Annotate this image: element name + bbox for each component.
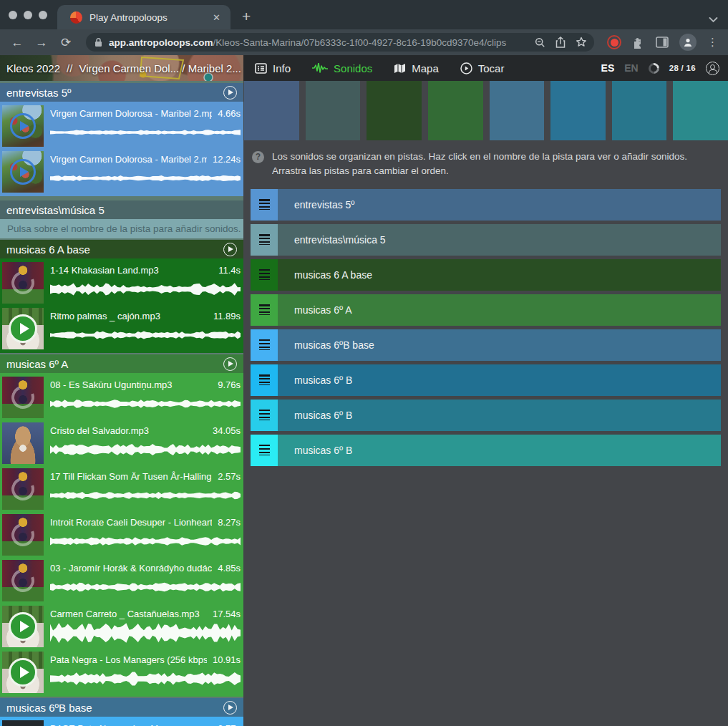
bookmark-star-icon[interactable] [576, 37, 587, 48]
tab-search-chevron-icon[interactable] [709, 16, 718, 23]
track-section-title[interactable]: musicas 6º A [6, 358, 223, 370]
track-drag-handle[interactable] [251, 224, 278, 256]
clip-name[interactable]: 03 - Jaromír Horák & Konrádyho dudácká .… [50, 563, 212, 573]
track-row[interactable]: musicas 6 A base [251, 259, 721, 291]
clip-name[interactable]: 17 Till Flickan Som Är Tusen År-Halling … [50, 471, 212, 482]
track-row[interactable]: entrevistas 5º [251, 189, 721, 221]
clip-play-icon[interactable] [8, 474, 39, 505]
zoom-page-icon[interactable] [535, 37, 545, 48]
track-row[interactable]: musicas 6ºB base [251, 329, 721, 361]
reload-button[interactable]: ⟳ [56, 37, 76, 49]
window-controls[interactable] [0, 0, 57, 29]
track-name[interactable]: musicas 6º B [278, 435, 721, 466]
breadcrumb[interactable]: Kleos 2022 // Virgen Carmen Dol... / Mar… [6, 55, 243, 81]
window-minimize-button[interactable] [24, 11, 32, 19]
clip-play-icon[interactable] [8, 566, 39, 596]
track-name[interactable]: musicas 6º B [278, 364, 721, 396]
track-section-header[interactable]: musicas 6 A base [0, 240, 243, 258]
clip-thumbnail[interactable] [2, 262, 44, 304]
nav-tab-mapa[interactable]: Mapa [394, 62, 439, 74]
clip-thumbnail[interactable] [2, 468, 44, 510]
track-drag-handle[interactable] [251, 259, 278, 291]
clip-name[interactable]: Pata Negra - Los Managers (256 kbps).mp3 [50, 654, 207, 665]
clip-thumbnail[interactable] [2, 720, 44, 726]
forward-button[interactable]: → [31, 37, 52, 49]
track-section-header[interactable]: musicas 6º A [0, 354, 243, 373]
track-section-title[interactable]: musicas 6ºB base [6, 702, 223, 714]
clip-play-icon[interactable] [10, 113, 36, 139]
track-section-title[interactable]: entrevistas\música 5 [6, 204, 237, 216]
nav-tab-tocar[interactable]: Tocar [460, 62, 505, 74]
track-section-title[interactable]: entrevistas 5º [6, 87, 223, 99]
clip-play-icon[interactable] [8, 382, 39, 413]
audio-clip[interactable]: Carmen Carreto _ Castañuelas.mp317.54s [0, 604, 243, 649]
clip-name[interactable]: 1-14 Khakasian Land.mp3 [50, 265, 213, 276]
track-drag-handle[interactable] [251, 329, 278, 361]
clip-play-icon[interactable] [9, 612, 37, 641]
browser-menu-icon[interactable]: ⋮ [707, 36, 718, 49]
clip-name[interactable]: BASE Pata Negra - Los Managers [50, 723, 212, 726]
audio-clip[interactable]: 17 Till Flickan Som Är Tusen År-Halling … [0, 466, 243, 512]
track-drag-handle[interactable] [251, 400, 278, 431]
new-tab-button[interactable]: + [230, 8, 251, 29]
clip-name[interactable]: Cristo del Salvador.mp3 [50, 425, 207, 436]
browser-tab[interactable]: Play Antropoloops ✕ [57, 5, 230, 29]
record-indicator-icon[interactable] [607, 35, 621, 49]
track-name[interactable]: musicas 6 A base [278, 259, 721, 291]
url-text[interactable]: app.antropoloops.com/Kleos-Santa-Marina/… [109, 37, 525, 48]
clip-play-icon[interactable] [9, 314, 37, 343]
track-name[interactable]: musicas 6º B [278, 400, 721, 431]
profile-avatar[interactable] [679, 34, 697, 51]
clip-play-icon[interactable] [9, 658, 37, 687]
lang-en-button[interactable]: EN [624, 62, 638, 74]
play-track-button[interactable] [223, 701, 237, 715]
url-bar[interactable]: app.antropoloops.com/Kleos-Santa-Marina/… [86, 33, 594, 52]
track-section-header[interactable]: musicas 6ºB base [0, 698, 243, 717]
audio-clip[interactable]: Virgen Carmen Dolorosa - Maribel 2.mp34.… [0, 103, 243, 149]
side-panel-icon[interactable] [656, 37, 669, 48]
track-section-title[interactable]: musicas 6 A base [6, 243, 223, 256]
audio-clip[interactable]: BASE Pata Negra - Los Managers3.77s [0, 718, 243, 726]
play-track-button[interactable] [223, 243, 237, 256]
track-name[interactable]: entrevistas 5º [278, 189, 721, 221]
clip-thumbnail[interactable] [2, 105, 44, 147]
audio-clip[interactable]: 08 - Es Sakūru Uguntiņu.mp39.76s [0, 374, 243, 420]
clip-name[interactable]: Ritmo palmas _ cajón.mp3 [50, 311, 208, 321]
nav-tab-sonidos[interactable]: Sonidos [312, 62, 372, 74]
clip-thumbnail[interactable] [2, 606, 44, 647]
clip-thumbnail[interactable] [2, 652, 44, 693]
clip-thumbnail[interactable] [2, 514, 44, 556]
play-track-button[interactable] [223, 357, 237, 371]
back-button[interactable]: ← [7, 37, 27, 49]
window-close-button[interactable] [9, 11, 17, 19]
clip-thumbnail[interactable] [2, 308, 44, 349]
clip-play-icon[interactable] [10, 159, 36, 185]
breadcrumb-project[interactable]: Kleos 2022 [6, 62, 60, 74]
track-name[interactable]: entrevistas\música 5 [278, 224, 721, 256]
track-row[interactable]: musicas 6º B [251, 364, 721, 396]
track-drag-handle[interactable] [251, 435, 278, 466]
lang-es-button[interactable]: ES [601, 62, 615, 74]
nav-tab-info[interactable]: Info [255, 62, 291, 74]
audio-clip[interactable]: Cristo del Salvador.mp334.05s [0, 420, 243, 466]
track-drag-handle[interactable] [251, 364, 278, 396]
track-name[interactable]: musicas 6ºB base [278, 329, 721, 361]
audio-clip[interactable]: 03 - Jaromír Horák & Konrádyho dudácká .… [0, 558, 243, 604]
clip-name[interactable]: Virgen Carmen Dolorosa - Maribel 2.mp3 [50, 154, 207, 165]
breadcrumb-trail[interactable]: Virgen Carmen Dol... / Maribel 2... [79, 62, 241, 74]
audio-clip[interactable]: Introit Rorate Caeli Desuper - Lionheart… [0, 512, 243, 558]
track-section-header[interactable]: entrevistas 5º [0, 83, 243, 102]
play-track-button[interactable] [223, 86, 237, 100]
track-drag-handle[interactable] [251, 189, 278, 221]
window-zoom-button[interactable] [39, 11, 47, 19]
audio-clip[interactable]: 1-14 Khakasian Land.mp311.4s [0, 260, 243, 306]
clip-thumbnail[interactable] [2, 151, 44, 193]
location-photo[interactable]: Kleos 2022 // Virgen Carmen Dol... / Mar… [0, 55, 243, 81]
clip-name[interactable]: Carmen Carreto _ Castañuelas.mp3 [50, 609, 207, 619]
audio-clip[interactable]: Virgen Carmen Dolorosa - Maribel 2.mp312… [0, 149, 243, 195]
audio-clip[interactable]: Pata Negra - Los Managers (256 kbps).mp3… [0, 649, 243, 695]
track-row[interactable]: musicas 6º B [251, 435, 721, 466]
clip-play-icon[interactable] [8, 520, 39, 551]
track-row[interactable]: entrevistas\música 5 [251, 224, 721, 256]
clip-name[interactable]: Virgen Carmen Dolorosa - Maribel 2.mp3 [50, 108, 212, 119]
